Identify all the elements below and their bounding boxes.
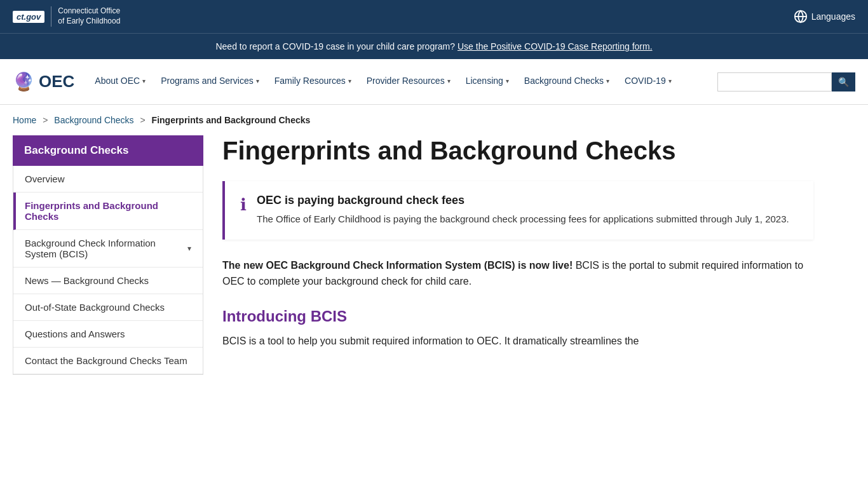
expand-icon: ▾ xyxy=(187,244,191,253)
chevron-down-icon: ▾ xyxy=(142,78,146,85)
nav-item-provider[interactable]: Provider Resources ▾ xyxy=(359,59,458,104)
covid-banner-text: Need to report a COVID-19 case in your c… xyxy=(215,41,455,51)
section-heading: Introducing BCIS xyxy=(222,308,813,325)
page-body: Fingerprints and Background Checks ℹ OEC… xyxy=(222,135,813,375)
top-bar-logo: ct.gov Connecticut Office of Early Child… xyxy=(13,6,120,26)
section-text: BCIS is a tool to help you submit requir… xyxy=(222,333,813,349)
chevron-down-icon: ▾ xyxy=(506,78,509,85)
agency-name: Connecticut Office of Early Childhood xyxy=(51,6,120,26)
page-title: Fingerprints and Background Checks xyxy=(222,135,813,166)
sidebar-item-fingerprints[interactable]: Fingerprints and Background Checks xyxy=(13,193,203,230)
chevron-down-icon: ▾ xyxy=(256,78,259,85)
nav-item-licensing[interactable]: Licensing ▾ xyxy=(458,59,517,104)
search-input[interactable] xyxy=(717,72,832,92)
sidebar-item-qa[interactable]: Questions and Answers xyxy=(13,321,203,348)
nav-item-covid[interactable]: COVID-19 ▾ xyxy=(617,59,679,104)
nav-items: About OEC ▾ Programs and Services ▾ Fami… xyxy=(87,59,717,104)
top-bar: ct.gov Connecticut Office of Early Child… xyxy=(0,0,868,33)
breadcrumb: Home > Background Checks > Fingerprints … xyxy=(0,105,868,135)
oec-logo[interactable]: 🔮 OEC xyxy=(13,71,74,92)
nav-item-about[interactable]: About OEC ▾ xyxy=(87,59,153,104)
chevron-down-icon: ▾ xyxy=(447,78,451,85)
body-paragraph: The new OEC Background Check Information… xyxy=(222,257,813,290)
nav-item-programs[interactable]: Programs and Services ▾ xyxy=(153,59,267,104)
breadcrumb-parent[interactable]: Background Checks xyxy=(54,115,133,125)
covid-reporting-link[interactable]: Use the Positive COVID-19 Case Reporting… xyxy=(458,41,653,51)
nav-search: 🔍 xyxy=(717,72,855,92)
search-button[interactable]: 🔍 xyxy=(832,72,855,92)
info-icon: ℹ xyxy=(240,195,247,215)
sidebar-item-out-of-state[interactable]: Out-of-State Background Checks xyxy=(13,294,203,321)
nav-item-background-checks[interactable]: Background Checks ▾ xyxy=(517,59,617,104)
oec-logo-symbol: 🔮 xyxy=(13,71,35,92)
covid-banner: Need to report a COVID-19 case in your c… xyxy=(0,33,868,59)
chevron-down-icon: ▾ xyxy=(348,78,351,85)
sidebar-item-overview[interactable]: Overview xyxy=(13,166,203,193)
languages-label: Languages xyxy=(811,11,855,22)
ct-gov-badge[interactable]: ct.gov xyxy=(13,11,44,23)
breadcrumb-sep-1: > xyxy=(43,115,48,125)
oec-logo-text: OEC xyxy=(39,72,74,92)
info-box: ℹ OEC is paying background check fees Th… xyxy=(222,181,813,240)
sidebar-item-contact[interactable]: Contact the Background Checks Team xyxy=(13,348,203,374)
nav-item-family[interactable]: Family Resources ▾ xyxy=(267,59,359,104)
globe-icon xyxy=(794,10,808,24)
nav-bar: 🔮 OEC About OEC ▾ Programs and Services … xyxy=(0,59,868,105)
breadcrumb-current: Fingerprints and Background Checks xyxy=(152,115,311,125)
sidebar: Background Checks Overview Fingerprints … xyxy=(13,135,203,375)
sidebar-nav: Overview Fingerprints and Background Che… xyxy=(13,166,203,375)
sidebar-item-news[interactable]: News — Background Checks xyxy=(13,268,203,294)
info-box-text: The Office of Early Childhood is paying … xyxy=(257,212,789,227)
info-box-content: OEC is paying background check fees The … xyxy=(257,194,789,227)
chevron-down-icon: ▾ xyxy=(606,78,609,85)
bcis-highlight: The new OEC Background Check Information… xyxy=(222,260,573,271)
main-content: Background Checks Overview Fingerprints … xyxy=(0,135,826,400)
breadcrumb-home[interactable]: Home xyxy=(13,115,36,125)
chevron-down-icon: ▾ xyxy=(668,78,672,85)
sidebar-title: Background Checks xyxy=(13,135,203,166)
info-box-title: OEC is paying background check fees xyxy=(257,194,789,207)
breadcrumb-sep-2: > xyxy=(140,115,146,125)
languages-button[interactable]: Languages xyxy=(794,10,855,24)
sidebar-item-bcis[interactable]: Background Check Information System (BCI… xyxy=(13,230,203,268)
search-icon: 🔍 xyxy=(838,77,849,87)
